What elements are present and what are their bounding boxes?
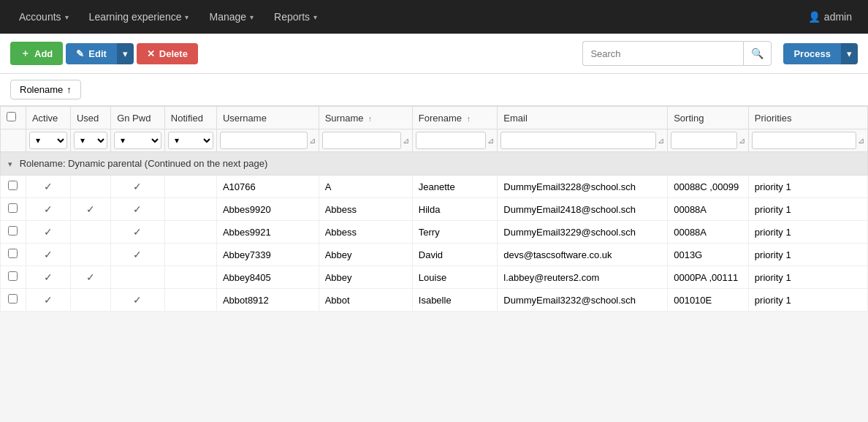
filter-sorting-input[interactable] [671, 132, 737, 149]
filter-notified-select[interactable]: ▾ [168, 132, 213, 149]
user-menu[interactable]: 👤 admin [801, 11, 859, 23]
row-checkbox[interactable] [8, 249, 18, 258]
filter-surname-input[interactable] [322, 132, 401, 149]
filter-forename-input[interactable] [416, 132, 486, 149]
rolename-sort-button[interactable]: Rolename ↑ [10, 80, 81, 99]
filter-icon[interactable]: ⊿ [403, 136, 409, 146]
col-header-priorities[interactable]: Priorities [748, 107, 867, 129]
sort-asc-icon: ↑ [368, 115, 372, 123]
filter-used-select[interactable]: ▾ [74, 132, 107, 149]
row-checkbox-cell[interactable] [1, 176, 26, 198]
filter-active-select[interactable]: ▾ [29, 132, 67, 149]
row-email: DummyEmail2418@school.sch [498, 198, 668, 221]
row-email: devs@tascsoftware.co.uk [498, 244, 668, 266]
edit-dropdown-button[interactable]: ▾ [117, 43, 134, 64]
filter-email-input[interactable] [500, 132, 656, 149]
filter-cell-forename[interactable]: ⊿ [412, 129, 497, 152]
chevron-down-icon: ▾ [123, 48, 128, 59]
row-sorting: 001010E [668, 289, 749, 312]
row-email: l.abbey@reuters2.com [498, 266, 668, 289]
check-icon: ✓ [44, 271, 53, 283]
navbar-reports[interactable]: Reports ▾ [264, 0, 327, 34]
col-header-email[interactable]: Email [498, 107, 668, 129]
col-header-active: Active [26, 107, 70, 129]
row-checkbox-cell[interactable] [1, 221, 26, 244]
row-used: ✓ [70, 198, 110, 221]
filter-icon[interactable]: ⊿ [658, 136, 664, 146]
col-header-surname[interactable]: Surname ↑ [319, 107, 412, 129]
row-checkbox[interactable] [8, 271, 18, 281]
filter-icon[interactable]: ⊿ [858, 136, 864, 146]
filter-cell-active[interactable]: ▾ [26, 129, 70, 152]
row-priorities: priority 1 [748, 289, 867, 312]
check-icon: ✓ [133, 294, 142, 306]
process-button[interactable]: Process [783, 43, 841, 64]
check-icon: ✓ [133, 226, 142, 238]
row-forename: Isabelle [412, 289, 497, 312]
col-header-username[interactable]: Username [216, 107, 319, 129]
filter-cell-sorting[interactable]: ⊿ [668, 129, 749, 152]
times-icon: ✕ [147, 48, 155, 59]
navbar-manage[interactable]: Manage ▾ [199, 0, 264, 34]
row-gnpwd: ✓ [111, 244, 165, 266]
filter-cell-used[interactable]: ▾ [70, 129, 110, 152]
row-notified [164, 266, 216, 289]
row-gnpwd: ✓ [111, 198, 165, 221]
row-priorities: priority 1 [748, 198, 867, 221]
row-email: DummyEmail3232@school.sch [498, 289, 668, 312]
row-checkbox[interactable] [8, 181, 18, 190]
check-icon: ✓ [133, 249, 142, 260]
row-username: A10766 [216, 176, 319, 198]
navbar-accounts[interactable]: Accounts ▾ [9, 0, 79, 34]
chevron-down-icon: ▾ [847, 48, 852, 59]
row-surname: A [319, 176, 412, 198]
col-header-sorting[interactable]: Sorting [668, 107, 749, 129]
row-email: DummyEmail3228@school.sch [498, 176, 668, 198]
filter-cell-username[interactable]: ⊿ [216, 129, 319, 152]
filter-cell-notified[interactable]: ▾ [164, 129, 216, 152]
table-row: ✓ ✓ Abbey8405 Abbey Louise l.abbey@reute… [1, 266, 868, 289]
toolbar: ＋ Add ✎ Edit ▾ ✕ Delete 🔍 Process ▾ [0, 34, 868, 74]
navbar-accounts-label: Accounts [19, 11, 61, 23]
check-icon: ✓ [44, 226, 53, 238]
row-sorting: 00088A [668, 198, 749, 221]
row-used [70, 221, 110, 244]
row-gnpwd: ✓ [111, 221, 165, 244]
row-checkbox-cell[interactable] [1, 244, 26, 266]
select-all-checkbox[interactable] [7, 112, 16, 121]
search-button[interactable]: 🔍 [743, 41, 772, 66]
row-checkbox-cell[interactable] [1, 289, 26, 312]
filter-cell-email[interactable]: ⊿ [498, 129, 668, 152]
filter-cell-priorities[interactable]: ⊿ [748, 129, 867, 152]
delete-button[interactable]: ✕ Delete [137, 43, 198, 64]
search-input[interactable] [582, 41, 743, 66]
row-checkbox-cell[interactable] [1, 266, 26, 289]
row-checkbox[interactable] [8, 226, 18, 236]
process-dropdown-button[interactable]: ▾ [841, 43, 858, 64]
filter-username-input[interactable] [220, 132, 308, 149]
filter-gnpwd-select[interactable]: ▾ [114, 132, 161, 149]
edit-button[interactable]: ✎ Edit [66, 43, 117, 64]
row-active: ✓ [26, 266, 70, 289]
row-notified [164, 244, 216, 266]
filter-icon[interactable]: ⊿ [739, 136, 745, 146]
row-checkbox-cell[interactable] [1, 198, 26, 221]
row-checkbox[interactable] [8, 294, 18, 304]
navbar-learning-experience[interactable]: Learning experience ▾ [79, 0, 199, 34]
chevron-down-icon[interactable]: ▾ [8, 159, 12, 168]
filter-icon[interactable]: ⊿ [487, 136, 494, 146]
filter-cell-checkbox [1, 129, 26, 152]
row-checkbox[interactable] [8, 203, 18, 213]
col-header-gnpwd: Gn Pwd [111, 107, 165, 129]
row-notified [164, 221, 216, 244]
filter-cell-gnpwd[interactable]: ▾ [111, 129, 165, 152]
filter-icon[interactable]: ⊿ [309, 136, 316, 146]
add-button[interactable]: ＋ Add [10, 42, 63, 65]
filter-priorities-input[interactable] [752, 132, 856, 149]
col-header-forename[interactable]: Forename ↑ [412, 107, 497, 129]
row-active: ✓ [26, 244, 70, 266]
col-header-used: Used [70, 107, 110, 129]
row-forename: Terry [412, 221, 497, 244]
row-forename: Hilda [412, 198, 497, 221]
filter-cell-surname[interactable]: ⊿ [319, 129, 412, 152]
